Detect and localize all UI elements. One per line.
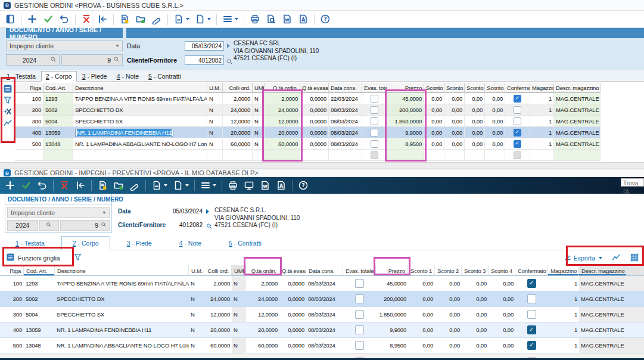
inline-edit-field[interactable]: NR. 1 LAMPADINA FENDINEBBIA H11 [75, 129, 173, 136]
tab-contratti[interactable]: 5 - Contratti [144, 72, 185, 81]
table-row[interactable]: 50013048NR. 1 LAMPADINA ABBAGLIANTE NO-L… [0, 338, 644, 353]
excel-x-icon[interactable] [3, 107, 13, 116]
column-header-sconto-2[interactable]: Sconto 2 [435, 265, 462, 276]
checkbox-unchecked[interactable] [355, 341, 364, 350]
funnel-icon[interactable] [3, 95, 13, 105]
grid-table-icon[interactable] [3, 84, 13, 94]
export-word-icon[interactable]: w [282, 14, 293, 24]
checkbox-unchecked[interactable] [371, 95, 378, 103]
table-row[interactable] [15, 150, 611, 161]
document-remove-icon[interactable] [151, 180, 167, 191]
table-row[interactable]: 1001293TAPPO BENZINA A VITE RONIS 69mm F… [15, 93, 611, 104]
client-code-field[interactable]: 4012082 [185, 55, 224, 65]
chevron-down-icon[interactable] [164, 184, 167, 187]
undo-icon[interactable] [37, 180, 48, 191]
column-header-confermato[interactable]: Confermato [505, 83, 530, 93]
chevron-down-icon[interactable] [207, 18, 211, 20]
checkbox-unchecked[interactable] [371, 129, 378, 136]
number-field[interactable]: 9 [61, 54, 123, 66]
table-row[interactable]: 3005004SPECCHIETTO SXN12,0000N12,00000,0… [15, 116, 611, 127]
column-header-sconto-1[interactable]: Sconto 1 [408, 265, 435, 276]
column-header-descrizione[interactable]: Descrizione [73, 83, 207, 93]
column-header-confermato[interactable]: Confermato [515, 265, 548, 276]
document-type-select[interactable]: Impegno cliente [6, 41, 123, 51]
column-header-sconto-1[interactable]: Sconto 1 [424, 83, 444, 93]
export-pdf-icon[interactable]: A [276, 180, 287, 191]
column-header-u-m-[interactable]: U.M. [189, 265, 204, 276]
table-row[interactable]: 50013048NR. 1 LAMPADINA ABBAGLIANTE NO-L… [15, 138, 611, 150]
chevron-down-icon[interactable] [213, 184, 216, 187]
column-header-evas-totale[interactable]: Evas. totale [343, 265, 376, 276]
client-code-value[interactable]: 4012082 [164, 222, 203, 228]
column-header-ump[interactable]: UMP [232, 265, 246, 276]
column-header-magazzino[interactable]: Magazzino [548, 265, 579, 276]
column-header-sconto-4[interactable]: Sconto 4 [489, 265, 515, 276]
print-icon[interactable] [250, 14, 260, 24]
chevron-down-icon[interactable] [235, 18, 238, 20]
column-header-cod-art-[interactable]: Cod. Art. [43, 83, 73, 93]
table-row[interactable]: 40013059NR. 1 LAMPADINA FENDINEBBIA H11N… [0, 322, 644, 338]
column-header-magazzino[interactable]: Magazzino [530, 83, 554, 93]
column-header-prezzo[interactable]: Prezzo [376, 265, 408, 276]
column-header-ump[interactable]: UMP [253, 83, 265, 93]
search-icon[interactable] [206, 221, 213, 232]
grid-dots-icon[interactable] [630, 253, 639, 263]
export-pdf-icon[interactable]: A [298, 14, 309, 24]
checkbox-checked[interactable] [514, 140, 521, 148]
delete-row-icon[interactable] [81, 14, 92, 24]
document-remove-icon[interactable] [173, 14, 189, 24]
column-header-u-m-[interactable]: U.M. [207, 83, 223, 93]
date-picker-arrow[interactable] [206, 209, 209, 214]
column-header-data-cons-[interactable]: Data cons. [329, 83, 362, 93]
open-folder-icon[interactable] [135, 14, 146, 24]
revert-icon[interactable] [75, 180, 86, 191]
print-icon[interactable] [228, 180, 238, 191]
column-header-q-t-evasa[interactable]: Q.tà evasa [279, 265, 306, 276]
column-header-sconto-3[interactable]: Sconto 3 [465, 83, 485, 93]
checkbox-checked[interactable] [514, 95, 521, 103]
table-row[interactable]: 40013059NR. 1 LAMPADINA FENDINEBBIA H11N… [15, 127, 611, 138]
document-type-select[interactable]: Impegno cliente [7, 207, 110, 218]
document-notes-icon[interactable] [119, 14, 130, 24]
search-icon[interactable] [46, 222, 52, 229]
grid-functions-button[interactable]: Funzioni griglia [6, 253, 60, 263]
checkbox-unchecked[interactable] [527, 294, 536, 303]
chevron-down-icon[interactable] [186, 18, 189, 20]
add-icon[interactable] [5, 180, 15, 191]
help-icon[interactable]: ? [298, 180, 309, 191]
tab-testata[interactable]: 1 - Testata [2, 72, 40, 81]
search-icon[interactable] [101, 222, 107, 229]
date-value[interactable]: 05/03/2024 [164, 208, 203, 215]
number-field[interactable]: 9 [60, 220, 110, 231]
tab-corpo[interactable]: 2 - Corpo [41, 71, 77, 82]
open-folder-icon[interactable] [113, 180, 124, 191]
tab-piede[interactable]: 3 - Piede [116, 237, 163, 250]
add-icon[interactable] [27, 14, 38, 24]
document-new-icon[interactable] [173, 180, 189, 191]
tab-testata[interactable]: 1 - Testata [5, 237, 55, 250]
column-header-descr-magazzino[interactable]: Descr. magazzino [554, 83, 601, 93]
help-icon[interactable]: ? [320, 14, 331, 24]
confirm-icon[interactable] [43, 14, 54, 24]
column-header-riga[interactable]: Riga [0, 265, 24, 276]
column-header-evas-totale[interactable]: Evas. totale [362, 83, 387, 93]
column-header-q-t-ordin-[interactable]: Q.tà ordin. [246, 265, 279, 276]
checkbox-checked[interactable] [527, 279, 536, 288]
column-header-sconto-3[interactable]: Sconto 3 [462, 265, 489, 276]
document-new-icon[interactable] [195, 14, 211, 24]
tab-contratti[interactable]: 5 - Contratti [218, 237, 272, 250]
checkbox-unchecked[interactable] [371, 106, 378, 114]
eraser-icon[interactable] [151, 14, 162, 24]
column-header-q-t-ordin-[interactable]: Q.tà ordin. [265, 83, 300, 93]
column-header-riga[interactable]: Riga [15, 83, 43, 93]
screen-icon[interactable] [244, 180, 254, 191]
checkbox-unchecked[interactable] [355, 279, 364, 288]
tab-piede[interactable]: 3 - Piede [78, 72, 111, 81]
column-header-q-t-evasa[interactable]: Q.tà evasa [300, 83, 329, 93]
checkbox-checked[interactable] [514, 129, 521, 136]
series-field[interactable] [39, 220, 59, 231]
table-row[interactable]: 2005002SPECCHIETTO DXN24,0000N24,00000,0… [0, 291, 644, 307]
checkbox-unchecked[interactable] [527, 310, 536, 319]
undo-icon[interactable] [59, 14, 70, 24]
column-header-descr-magazzino[interactable]: Descr. magazzino [579, 265, 627, 276]
